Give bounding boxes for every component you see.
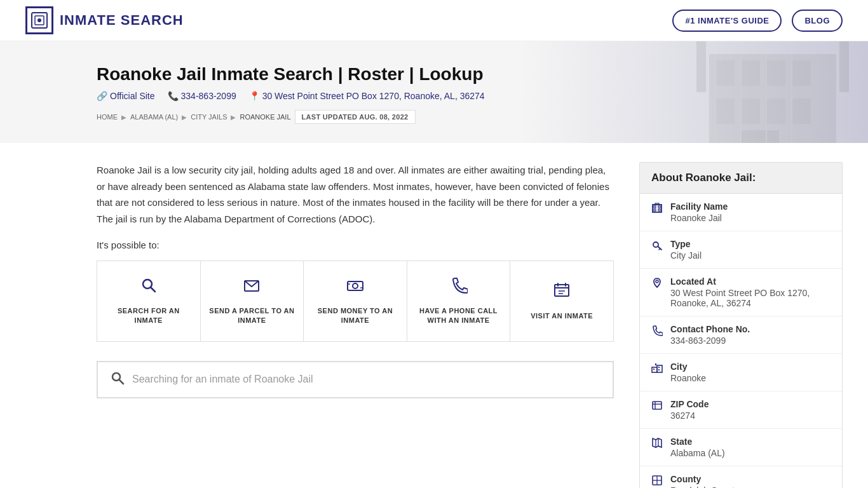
action-label-phone: HAVE A PHONE CALL WITH AN INMATE bbox=[415, 306, 503, 326]
last-updated-badge: LAST UPDATED AUG. 08, 2022 bbox=[295, 110, 416, 124]
svg-rect-35 bbox=[654, 206, 656, 208]
action-card-phone[interactable]: HAVE A PHONE CALL WITH AN INMATE bbox=[407, 261, 511, 341]
svg-rect-18 bbox=[839, 41, 849, 92]
breadcrumb-state[interactable]: ALABAMA (AL) bbox=[130, 113, 178, 121]
breadcrumb-current: ROANOKE JAIL bbox=[240, 113, 290, 121]
city-value: Roanoke bbox=[670, 373, 831, 383]
sidebar: About Roanoke Jail: Facility Name Roan bbox=[639, 162, 843, 488]
svg-rect-6 bbox=[766, 60, 785, 86]
sidebar-item-city: City Roanoke bbox=[640, 354, 842, 391]
svg-rect-4 bbox=[715, 60, 735, 86]
sidebar-item-facility-name: Facility Name Roanoke Jail bbox=[640, 194, 842, 231]
envelope-icon bbox=[243, 276, 261, 299]
money-icon bbox=[346, 276, 364, 299]
svg-marker-53 bbox=[653, 438, 661, 447]
search-bar[interactable]: Searching for an inmate of Roanoke Jail bbox=[97, 361, 614, 398]
phone-icon bbox=[651, 325, 663, 339]
search-icon bbox=[140, 276, 158, 299]
location-label: Located At bbox=[670, 276, 831, 287]
svg-rect-47 bbox=[658, 367, 660, 368]
key-icon bbox=[651, 240, 663, 254]
svg-point-2 bbox=[37, 18, 41, 22]
logo-link[interactable]: INMATE SEARCH bbox=[25, 6, 184, 34]
svg-rect-9 bbox=[741, 98, 760, 124]
svg-rect-11 bbox=[792, 98, 811, 124]
guide-button[interactable]: #1 INMATE'S GUIDE bbox=[672, 10, 782, 32]
svg-rect-17 bbox=[696, 41, 706, 92]
header: INMATE SEARCH #1 INMATE'S GUIDE BLOG bbox=[0, 0, 868, 41]
svg-rect-48 bbox=[658, 369, 660, 370]
county-icon bbox=[651, 475, 663, 488]
action-card-parcel[interactable]: SEND A PARCEL TO AN INMATE bbox=[201, 261, 304, 341]
location-value: 30 West Point Street PO Box 1270, Roanok… bbox=[670, 288, 831, 308]
logo-text: INMATE SEARCH bbox=[60, 12, 184, 29]
svg-rect-12 bbox=[741, 130, 779, 143]
county-value: Randolph County bbox=[670, 485, 831, 488]
blog-button[interactable]: BLOG bbox=[792, 10, 843, 32]
zip-icon bbox=[651, 400, 663, 414]
action-label-parcel: SEND A PARCEL TO AN INMATE bbox=[208, 306, 296, 326]
state-value: Alabama (AL) bbox=[670, 448, 831, 458]
facility-name-value: Roanoke Jail bbox=[670, 213, 831, 223]
sidebar-phone-content: Contact Phone No. 334-863-2099 bbox=[670, 324, 831, 346]
action-card-money[interactable]: SEND MONEY TO AN INMATE bbox=[304, 261, 407, 341]
svg-rect-49 bbox=[655, 363, 656, 365]
official-site-link[interactable]: 🔗 Official Site bbox=[97, 91, 155, 101]
svg-rect-38 bbox=[658, 209, 660, 211]
svg-line-33 bbox=[119, 379, 124, 384]
action-label-money: SEND MONEY TO AN INMATE bbox=[311, 306, 399, 326]
main-layout: Roanoke Jail is a low security city jail… bbox=[0, 143, 868, 488]
facility-name-label: Facility Name bbox=[670, 201, 831, 212]
sidebar-title: About Roanoke Jail: bbox=[640, 163, 842, 194]
breadcrumb-sep-3: ▶ bbox=[231, 114, 236, 121]
sidebar-city-content: City Roanoke bbox=[670, 362, 831, 383]
action-label-search: SEARCH FOR AN INMATE bbox=[105, 306, 193, 326]
sidebar-item-location: Located At 30 West Point Street PO Box 1… bbox=[640, 269, 842, 316]
svg-rect-46 bbox=[653, 369, 654, 370]
sidebar-state-content: State Alabama (AL) bbox=[670, 437, 831, 458]
svg-line-20 bbox=[151, 288, 155, 292]
type-value: City Jail bbox=[670, 250, 831, 261]
sidebar-item-type: Type City Jail bbox=[640, 231, 842, 269]
svg-rect-45 bbox=[657, 365, 662, 372]
sidebar-item-state: State Alabama (AL) bbox=[640, 429, 842, 466]
visit-icon bbox=[553, 281, 571, 304]
city-icon bbox=[651, 362, 663, 377]
svg-rect-10 bbox=[766, 98, 785, 124]
sidebar-facility-content: Facility Name Roanoke Jail bbox=[670, 201, 831, 223]
phone-call-icon bbox=[450, 276, 468, 299]
sidebar-item-zip: ZIP Code 36274 bbox=[640, 391, 842, 429]
location-pin-icon bbox=[651, 277, 663, 292]
zip-value: 36274 bbox=[670, 410, 831, 421]
phone-icon: 📞 bbox=[168, 91, 179, 101]
state-label: State bbox=[670, 437, 831, 447]
action-label-visit: VISIT AN INMATE bbox=[531, 311, 593, 321]
main-content: Roanoke Jail is a low security city jail… bbox=[97, 162, 639, 488]
svg-point-23 bbox=[353, 283, 358, 288]
sidebar-item-county: County Randolph County bbox=[640, 466, 842, 488]
breadcrumb-sep-1: ▶ bbox=[121, 114, 126, 121]
svg-rect-26 bbox=[555, 285, 569, 296]
link-icon: 🔗 bbox=[97, 91, 107, 101]
phone-label: Contact Phone No. bbox=[670, 324, 831, 334]
svg-rect-50 bbox=[653, 402, 661, 409]
sidebar-item-phone: Contact Phone No. 334-863-2099 bbox=[640, 316, 842, 354]
city-label: City bbox=[670, 362, 831, 372]
breadcrumb-home[interactable]: HOME bbox=[97, 113, 118, 121]
svg-rect-8 bbox=[715, 98, 735, 124]
search-bar-icon bbox=[111, 371, 125, 388]
svg-point-43 bbox=[656, 280, 658, 283]
search-bar-placeholder: Searching for an inmate of Roanoke Jail bbox=[132, 374, 313, 385]
breadcrumb-category[interactable]: CITY JAILS bbox=[191, 113, 227, 121]
svg-rect-39 bbox=[655, 203, 659, 205]
svg-line-42 bbox=[659, 248, 660, 250]
action-card-search[interactable]: SEARCH FOR AN INMATE bbox=[97, 261, 201, 341]
svg-rect-36 bbox=[658, 206, 660, 208]
action-card-visit[interactable]: VISIT AN INMATE bbox=[510, 261, 613, 341]
phone-link[interactable]: 📞 334-863-2099 bbox=[168, 91, 236, 101]
phone-value: 334-863-2099 bbox=[670, 336, 831, 346]
sidebar-location-content: Located At 30 West Point Street PO Box 1… bbox=[670, 276, 831, 308]
sidebar-card: About Roanoke Jail: Facility Name Roan bbox=[639, 162, 843, 488]
header-nav: #1 INMATE'S GUIDE BLOG bbox=[672, 10, 843, 32]
sidebar-zip-content: ZIP Code 36274 bbox=[670, 399, 831, 421]
